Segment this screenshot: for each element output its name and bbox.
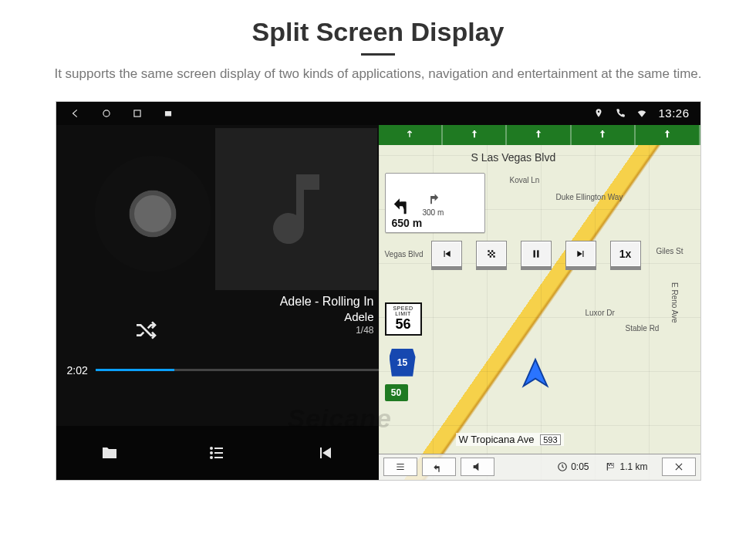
svg-point-5 xyxy=(211,457,212,458)
route-badge: 50 xyxy=(385,384,408,401)
svg-point-3 xyxy=(211,448,212,449)
home-icon[interactable] xyxy=(101,108,112,119)
map-footer: 0:05 1.1 km xyxy=(379,454,700,480)
pause-button[interactable] xyxy=(521,241,552,267)
progress-row: 2:02 xyxy=(67,364,379,377)
gps-arrow-icon xyxy=(518,356,553,392)
progress-fill xyxy=(96,369,175,371)
android-status-bar: 13:26 xyxy=(56,102,700,125)
menu-button[interactable] xyxy=(383,458,417,476)
prev-button[interactable] xyxy=(302,437,348,468)
remaining-distance: 1.1 km xyxy=(606,461,647,472)
page-title: Split Screen Display xyxy=(0,0,756,47)
svg-rect-8 xyxy=(537,250,538,257)
close-button[interactable] xyxy=(662,458,696,476)
track-title: Adele - Rolling In xyxy=(56,295,374,309)
speed-limit-value: 56 xyxy=(386,316,420,333)
label-reno: E Reno Ave xyxy=(670,282,679,323)
progress-bar[interactable] xyxy=(96,369,379,371)
lane-1 xyxy=(379,125,443,145)
location-icon xyxy=(593,108,604,119)
speed-limit-sign: SPEED LIMIT 56 xyxy=(385,302,422,336)
page-subtitle: It supports the same screen display of t… xyxy=(0,65,756,83)
svg-rect-7 xyxy=(533,250,535,257)
music-pane: Adele - Rolling In Adele 1/48 2:02 xyxy=(56,125,379,480)
label-giles: Giles St xyxy=(656,247,683,255)
svg-rect-2 xyxy=(164,111,170,116)
speed-button[interactable]: 1x xyxy=(610,241,641,267)
turn-card: 300 m 650 m xyxy=(385,173,485,233)
recents-icon[interactable] xyxy=(132,108,143,119)
music-note-icon xyxy=(250,163,343,255)
shuffle-icon[interactable] xyxy=(133,318,158,343)
label-duke: Duke Ellington Way xyxy=(556,193,623,201)
folder-button[interactable] xyxy=(86,437,133,468)
turn-left-button[interactable] xyxy=(422,458,456,476)
map-lane-bar xyxy=(379,125,700,145)
lane-4 xyxy=(572,125,636,145)
label-vegas: Vegas Blvd xyxy=(385,250,424,258)
lane-3 xyxy=(507,125,571,145)
street-bottom-label: W Tropicana Ave 593 xyxy=(456,433,564,446)
label-luxor: Luxor Dr xyxy=(586,309,615,317)
track-info: Adele - Rolling In Adele 1/48 xyxy=(56,295,379,336)
device-frame: 13:26 Adele - Rolling In Adele 1/48 2:02 xyxy=(56,102,700,480)
speed-limit-label: SPEED LIMIT xyxy=(386,306,420,316)
wifi-icon xyxy=(636,108,647,119)
interstate-shield: 15 xyxy=(390,349,416,377)
turn-left-icon xyxy=(392,187,418,218)
back-icon[interactable] xyxy=(70,108,81,119)
svg-point-4 xyxy=(211,452,212,454)
map-pane: S Las Vegas Blvd 300 m 650 m Koval Ln Du… xyxy=(379,125,700,480)
lane-5 xyxy=(636,125,700,145)
album-art xyxy=(215,128,377,290)
lane-2 xyxy=(443,125,507,145)
address-badge: 593 xyxy=(540,434,560,445)
status-tray: 13:26 xyxy=(593,106,689,120)
eta-time: 0:05 xyxy=(557,461,589,472)
label-koval: Koval Ln xyxy=(510,176,540,184)
dial-knob xyxy=(130,191,176,237)
nav-buttons xyxy=(70,108,174,119)
flag-button[interactable] xyxy=(476,241,507,267)
title-underline xyxy=(361,53,395,56)
volume-dial[interactable] xyxy=(95,156,211,272)
prev-track-button[interactable] xyxy=(431,241,462,267)
flag-icon xyxy=(606,461,616,472)
turn-dist-big: 650 m xyxy=(392,217,423,229)
playlist-button[interactable] xyxy=(194,437,240,468)
track-index: 1/48 xyxy=(56,325,374,336)
clock: 13:26 xyxy=(658,106,689,120)
street-top-label: S Las Vegas Blvd xyxy=(471,151,556,164)
label-stable: Stable Rd xyxy=(626,324,660,333)
map-controls: 1x xyxy=(431,241,641,267)
clock-icon xyxy=(557,461,568,472)
sound-button[interactable] xyxy=(461,458,494,476)
svg-rect-1 xyxy=(133,110,140,117)
screenshot-icon[interactable] xyxy=(163,108,174,119)
svg-point-0 xyxy=(103,110,109,117)
phone-icon xyxy=(615,108,626,119)
next-track-button[interactable] xyxy=(565,241,596,267)
player-bottombar xyxy=(56,426,379,480)
elapsed-time: 2:02 xyxy=(67,364,88,377)
turn-right-small-icon xyxy=(423,188,440,205)
turn-dist-small: 300 m xyxy=(423,208,444,217)
track-artist: Adele xyxy=(56,310,374,323)
